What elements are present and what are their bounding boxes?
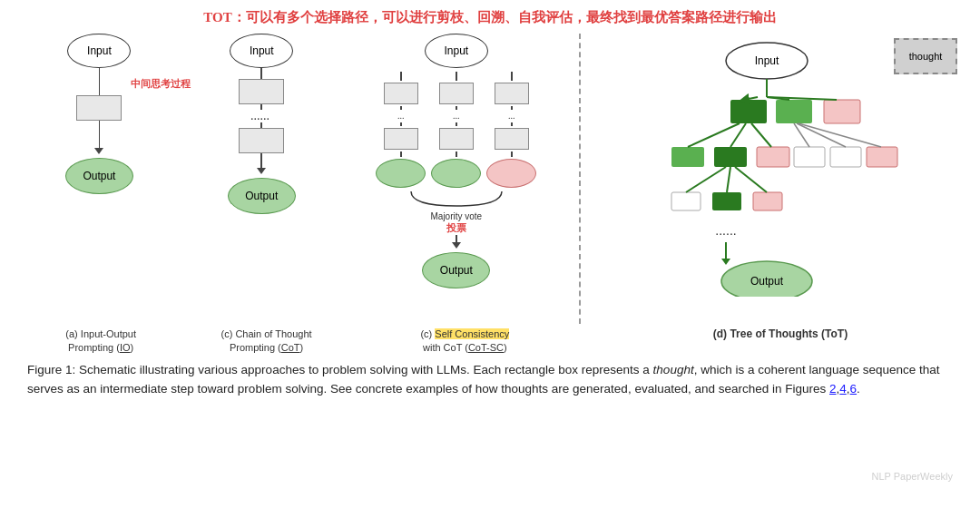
tot-column: thought Input [581,34,962,324]
svg-rect-11 [757,147,789,167]
svg-line-18 [686,167,726,192]
sc-arrow [452,242,461,249]
figure-caption: Figure 1: Schematic illustrating various… [18,361,962,399]
figure-link-4[interactable]: 4 [839,382,847,396]
sc-input-oval: Input [425,34,488,68]
sc-p2-vline2 [456,106,457,110]
svg-rect-4 [776,100,812,123]
cot-vline1 [260,68,262,79]
sc-paths: ... ... [376,72,536,188]
svg-rect-15 [671,192,701,210]
sc-p3-rect2 [495,128,529,150]
sc-p3-vline3 [511,122,513,126]
cot-input-label: Input [250,44,274,57]
svg-text:Input: Input [755,54,779,67]
diagram-area: Input Output Input 中间思考过程 [18,34,962,324]
cot-input-oval: Input [230,34,293,68]
svg-line-19 [727,167,730,192]
sc-p1-vline3 [400,122,402,126]
io-output-oval: Output [65,158,133,194]
sc-p1-vline4 [400,151,402,157]
io-caption: (a) Input-OutputPrompting (IO) [18,327,183,356]
sc-input-label: Input [444,44,468,57]
figure-caption-italic: thought [653,363,694,376]
io-input-oval: Input [67,34,131,68]
sc-brace [402,190,511,210]
cot-arrow [257,168,266,174]
cot-vline4 [260,153,262,168]
watermark: NLP PaperWeekly [872,471,953,482]
figure-link-6[interactable]: 6 [850,382,858,396]
svg-line-24 [794,123,809,147]
page-container: TOT：可以有多个选择路径，可以进行剪枝、回溯、自我评估，最终找到最优答案路径进… [0,0,980,518]
tot-tree-svg: Input [599,38,962,297]
caption-area: (a) Input-OutputPrompting (IO) (c) Chain… [18,327,962,356]
io-vline2 [99,121,101,148]
io-arrow [94,148,103,154]
sc-p3-vline2 [511,106,513,110]
figure-caption-prefix: Figure 1: Schematic illustrating various… [27,363,653,376]
sc-path3: ... [486,72,536,188]
svg-rect-10 [714,147,747,167]
svg-rect-9 [671,147,704,167]
sc-p1-vline1 [400,72,402,81]
sc-path2: ... [431,72,481,188]
cot-annotation: 中间思考过程 [131,77,191,91]
svg-rect-23 [867,147,897,167]
cot-rect2 [239,128,284,153]
cot-output-oval: Output [228,178,296,214]
sc-p1-rect1 [384,83,418,104]
sc-p1-dots: ... [397,112,405,121]
svg-marker-29 [721,259,730,265]
sc-p2-dots: ... [453,112,460,121]
sc-output-oval: Output [422,252,490,288]
page-title: TOT：可以有多个选择路径，可以进行剪枝、回溯、自我评估，最终找到最优答案路径进… [18,9,962,26]
cot-caption-text: (c) Chain of ThoughtPrompting (CoT) [221,328,312,353]
sc-p2-vline4 [456,151,457,157]
svg-line-20 [735,167,767,192]
svg-rect-22 [830,147,861,167]
thought-legend: thought [894,38,957,74]
tot-caption: (d) Tree of Thoughts (ToT) [581,327,962,356]
sc-caption: (c) Self Consistencywith CoT (CoT-SC) [349,327,581,356]
sc-output-label: Output [440,264,473,277]
svg-text:......: ...... [715,223,736,238]
sc-path1: ... [376,72,426,188]
sc-p2-vline1 [456,72,457,81]
io-rect [76,95,122,121]
io-vline1 [99,68,101,95]
cot-rect1 [239,79,284,104]
cot-column: Input 中间思考过程 ...... Output [181,34,343,324]
io-output-label: Output [83,170,115,182]
sc-p3-rect1 [495,83,529,104]
sc-p1-rect2 [384,128,418,150]
figure-link-2[interactable]: 2 [829,382,837,396]
sc-p3-vline4 [511,151,513,157]
vote-cn-label: 投票 [446,221,466,235]
thought-label: thought [909,51,943,62]
svg-line-6 [744,97,758,100]
sc-p3-oval [486,159,536,188]
sc-p2-oval [431,159,481,188]
caption-left: (a) Input-OutputPrompting (IO) (c) Chain… [18,327,581,356]
svg-rect-3 [730,100,767,123]
sc-p1-oval [376,159,426,188]
sc-p3-dots: ... [508,112,515,121]
brace-svg [402,190,511,210]
svg-rect-5 [824,100,860,123]
sc-p1-vline2 [400,106,402,110]
svg-line-14 [751,123,771,147]
majority-vote-label: Majority vote [430,211,482,221]
sc-caption-text: (c) Self Consistencywith CoT (CoT-SC) [420,328,509,353]
svg-rect-16 [712,192,741,210]
cot-caption: (c) Chain of ThoughtPrompting (CoT) [183,327,348,356]
left-diagrams: Input Output Input 中间思考过程 [18,34,581,324]
io-input-label: Input [87,44,112,57]
svg-rect-21 [794,147,825,167]
io-caption-text: (a) Input-OutputPrompting (IO) [65,328,136,353]
cot-dots: ...... [250,110,273,122]
tot-caption-text: (d) Tree of Thoughts (ToT) [713,327,848,340]
sc-p3-vline1 [511,72,513,81]
svg-text:Output: Output [750,275,784,288]
sc-p2-rect2 [439,128,474,150]
